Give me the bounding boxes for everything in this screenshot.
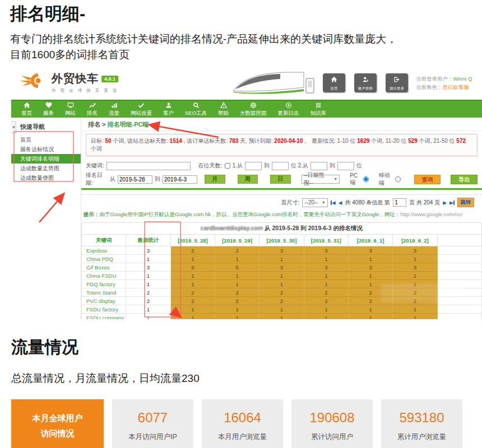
- rank-value-cell: 1: [304, 305, 348, 314]
- stub-cell: [437, 246, 481, 255]
- rank-value-cell: 1: [259, 272, 304, 280]
- hint-url[interactable]: http://www.google.com/ncr: [400, 211, 462, 217]
- nav-item-5[interactable]: 流量: [103, 101, 125, 118]
- nav-item-3[interactable]: 网站: [59, 101, 81, 118]
- keyword-cell[interactable]: Totem Stand: [82, 288, 126, 297]
- login-info: 当前登录用户：Winni Q 当前角色：思亿欧客服: [416, 74, 472, 91]
- header-button-1[interactable]: 首页: [323, 73, 345, 92]
- column-header: 最新统计: [126, 235, 170, 246]
- header-button-3[interactable]: 退出登录: [386, 73, 408, 92]
- heart-icon: [45, 102, 52, 109]
- nav-item-2[interactable]: 服务: [38, 101, 59, 118]
- month-button[interactable]: 月: [205, 175, 225, 184]
- stub-cell: [437, 314, 481, 320]
- date-to-input[interactable]: [163, 175, 197, 184]
- latest-stat-cell: 3: [126, 246, 170, 255]
- sidebar-item-5[interactable]: 达成数量饼图: [11, 173, 81, 183]
- main-panel: 排名 > 排名明细-PC端 目标: 50 个词, 该站总达标天数: 1514 ,…: [81, 118, 482, 319]
- nav-item-1[interactable]: 首页: [16, 101, 38, 118]
- keyword-cell[interactable]: PVC display: [82, 297, 126, 305]
- sidebar-item-4[interactable]: 达成数量走势图: [11, 164, 81, 173]
- keyword-cell[interactable]: FSDU company: [82, 314, 126, 320]
- sidebar-item-2[interactable]: 服务达标情况: [11, 144, 81, 154]
- date-from-label: 从: [110, 175, 115, 183]
- keyword-cell[interactable]: Expobox: [82, 246, 126, 255]
- next-page-icon[interactable]: ▶: [443, 200, 447, 206]
- week-button[interactable]: 周: [238, 175, 258, 184]
- intro-text: 有专门的排名统计系统统计关键词的排名情况-产品延伸出来的关键词库数量庞大， 目前…: [10, 31, 397, 62]
- rank-value-cell: 1: [393, 272, 437, 280]
- days-to-1-input[interactable]: [272, 162, 289, 170]
- nav-item-9[interactable]: 帮助: [212, 101, 234, 118]
- sidebar: 快速导航 首页服务达标情况关键词排名明细达成数量走势图达成数量饼图: [11, 118, 81, 319]
- latest-stat-cell: 1: [126, 305, 170, 314]
- table-header-row: 关键词最新统计[2019_5_28][2019_5_29][2019_5_30]…: [82, 235, 482, 246]
- card-label: 本月访问用户IP: [128, 432, 177, 442]
- pc-radio-group[interactable]: PC端: [350, 172, 369, 186]
- table-row: FSDU company1111111: [82, 314, 482, 320]
- nav-item-7[interactable]: 客户: [157, 101, 179, 118]
- nav-item-4[interactable]: 排名: [81, 101, 103, 118]
- page-size-select[interactable]: --20-- ▼: [302, 198, 327, 207]
- keyword-cell[interactable]: China FSDU: [82, 272, 126, 280]
- date-range-select[interactable]: --日期范围-- ▼: [302, 175, 340, 184]
- sidebar-item-1[interactable]: 首页: [11, 135, 81, 144]
- sidebar-collapse-tab[interactable]: [11, 121, 16, 133]
- rank-value-cell: 1: [259, 314, 304, 320]
- first-page-icon[interactable]: ◀: [331, 200, 336, 206]
- export-button[interactable]: 导出: [451, 175, 478, 184]
- pc-radio[interactable]: [363, 176, 369, 182]
- nav-item-8[interactable]: SEO工具: [179, 101, 212, 118]
- keyword-cell[interactable]: China PDQ: [82, 255, 126, 263]
- days-checkbox[interactable]: [225, 163, 230, 169]
- page-title: 排名明细-: [10, 2, 85, 26]
- globe-icon: [250, 102, 257, 109]
- nav-item-6[interactable]: 网站设置: [125, 101, 157, 118]
- days-seg2-label: 位 2.从: [291, 162, 308, 170]
- stat-label: , 该订单达标天数:: [182, 138, 229, 144]
- column-header: [2019_5_31]: [304, 235, 348, 246]
- header-buttons: 首页账户资料退出登录: [323, 73, 408, 92]
- keyword-label: 关键词:: [86, 162, 104, 170]
- date-from-input[interactable]: [118, 175, 152, 184]
- stub-cell: [437, 255, 481, 263]
- sidebar-item-3[interactable]: 关键词排名明细: [11, 154, 81, 164]
- keyword-cell[interactable]: Gif Boxes: [82, 263, 126, 272]
- search-button[interactable]: 查询: [414, 175, 441, 184]
- page-number-input[interactable]: [393, 198, 406, 207]
- page-size-value: --20--: [304, 199, 318, 207]
- jump-button[interactable]: 跳转: [457, 198, 474, 207]
- mobile-radio[interactable]: [395, 176, 401, 182]
- days-to-label-2: 到: [330, 162, 335, 170]
- days-to-2-input[interactable]: [337, 162, 354, 170]
- login-role-label: 当前角色：: [416, 84, 443, 90]
- home-icon: [24, 102, 30, 109]
- nav-item-label: 知识库: [310, 110, 327, 117]
- rank-value-cell: 5: [215, 263, 259, 272]
- last-page-icon[interactable]: ▶: [449, 200, 455, 206]
- latest-stat-cell: 1: [126, 314, 170, 320]
- breadcrumb-root[interactable]: 排名 >: [88, 121, 108, 128]
- days-from-2-input[interactable]: [310, 162, 327, 170]
- days-seg1-label: 1.从: [233, 162, 243, 170]
- keyword-input[interactable]: [106, 162, 191, 170]
- logo-wings-icon: [19, 71, 48, 94]
- nav-item-12[interactable]: 知识库: [305, 101, 332, 118]
- nav-item-10[interactable]: 大数据挖掘: [234, 101, 272, 118]
- rank-value-cell: 1: [348, 272, 392, 280]
- days-from-1-input[interactable]: [245, 162, 262, 170]
- nav-item-11[interactable]: 更新日志: [272, 101, 305, 118]
- keyword-cell[interactable]: PDQ factory: [82, 280, 126, 288]
- keyword-cell[interactable]: FSDU factory: [82, 305, 126, 314]
- train-illustration: [231, 69, 319, 100]
- rank-value-cell: 3: [259, 246, 304, 255]
- check-icon: [138, 102, 145, 109]
- header-button-2[interactable]: 账户资料: [354, 73, 377, 92]
- google-hint: 提示：由于Google用中国IP打开默认是Google.com.hk，所以，当您…: [81, 208, 482, 220]
- day-button[interactable]: 日: [270, 175, 291, 184]
- latest-stat-cell: 1: [126, 255, 170, 263]
- prev-page-icon[interactable]: ◀: [339, 200, 342, 206]
- nav-item-label: SEO工具: [185, 110, 207, 117]
- mobile-radio-group[interactable]: 移动端: [379, 171, 401, 187]
- stat-value: 529: [408, 138, 418, 144]
